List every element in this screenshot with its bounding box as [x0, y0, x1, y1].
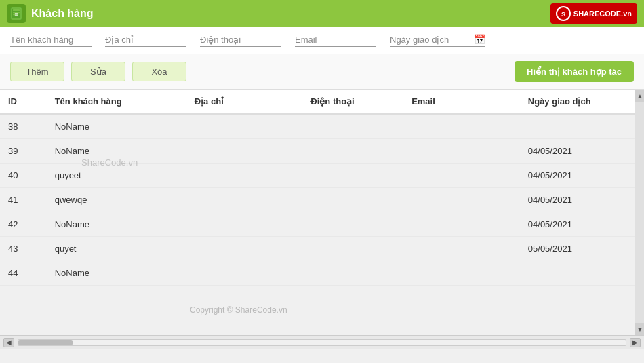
cell-name: NoName — [47, 114, 186, 139]
customer-icon: ≡ — [7, 4, 26, 23]
table-row[interactable]: 40 quyeet 04/05/2021 — [0, 164, 644, 188]
ngay-giao-dich-input[interactable] — [390, 35, 471, 45]
dia-chi-input[interactable] — [105, 35, 186, 45]
dia-chi-field — [105, 35, 186, 47]
customers-table: ID Tên khách hàng Địa chỉ Điện thoại Ema… — [0, 90, 644, 286]
cell-name: NoName — [47, 212, 186, 237]
cell-date: 05/05/2021 — [520, 237, 644, 261]
scroll-down-arrow[interactable]: ▼ — [635, 323, 644, 335]
cell-name: quyeet — [47, 164, 186, 188]
dien-thoai-field — [200, 35, 281, 47]
table-row[interactable]: 42 NoName 04/05/2021 — [0, 212, 644, 237]
table-scroll[interactable]: ShareCode.vn Copyright © ShareCode.vn ID… — [0, 90, 644, 335]
them-button[interactable]: Thêm — [10, 62, 64, 81]
dien-thoai-input[interactable] — [200, 35, 281, 45]
xoa-button[interactable]: Xóa — [132, 62, 186, 81]
cell-phone — [302, 237, 403, 261]
logo-text: SHARECODE.vn — [573, 9, 632, 18]
cell-address — [186, 114, 303, 139]
cell-address — [186, 164, 303, 188]
header-left: ≡ Khách hàng — [7, 4, 94, 23]
col-address: Địa chỉ — [186, 90, 303, 114]
cell-email — [403, 261, 520, 286]
horizontal-track[interactable] — [18, 339, 626, 346]
cell-id: 41 — [0, 188, 47, 212]
toolbar: Thêm Sửa Xóa Hiển thị khách hợp tác — [0, 54, 644, 90]
page-title: Khách hàng — [31, 7, 94, 20]
scroll-up-arrow[interactable]: ▲ — [635, 90, 644, 102]
cell-id: 42 — [0, 212, 47, 237]
table-row[interactable]: 39 NoName 04/05/2021 — [0, 139, 644, 164]
cell-phone — [302, 261, 403, 286]
table-row[interactable]: 41 qwewqe 04/05/2021 — [0, 188, 644, 212]
cell-name: NoName — [47, 139, 186, 164]
hienthi-button[interactable]: Hiển thị khách hợp tác — [515, 61, 634, 82]
cell-name: NoName — [47, 261, 186, 286]
cell-phone — [302, 139, 403, 164]
svg-text:≡: ≡ — [14, 11, 18, 18]
cell-address — [186, 237, 303, 261]
cell-id: 39 — [0, 139, 47, 164]
cell-date: 04/05/2021 — [520, 139, 644, 164]
scroll-right-arrow[interactable]: ▶ — [630, 338, 641, 347]
watermark-copyright: Copyright © ShareCode.vn — [190, 305, 287, 315]
header: ≡ Khách hàng S SHARECODE.vn — [0, 0, 644, 27]
scroll-left-arrow[interactable]: ◀ — [3, 338, 14, 347]
ten-khach-hang-input[interactable] — [10, 35, 92, 45]
cell-phone — [302, 212, 403, 237]
calendar-icon: 📅 — [474, 34, 485, 45]
col-email: Email — [403, 90, 520, 114]
ngay-giao-dich-field: 📅 — [390, 34, 485, 47]
cell-address — [186, 261, 303, 286]
col-name: Tên khách hàng — [47, 90, 186, 114]
cell-date: 04/05/2021 — [520, 212, 644, 237]
cell-date — [520, 261, 644, 286]
col-id: ID — [0, 90, 47, 114]
cell-address — [186, 188, 303, 212]
col-date: Ngày giao dịch — [520, 90, 644, 114]
cell-address — [186, 139, 303, 164]
ten-khach-hang-field — [10, 35, 92, 47]
email-field — [295, 35, 376, 47]
bottom-scrollbar: ◀ ▶ — [0, 335, 644, 349]
table-row[interactable]: 44 NoName — [0, 261, 644, 286]
cell-email — [403, 114, 520, 139]
cell-phone — [302, 164, 403, 188]
table-header-row: ID Tên khách hàng Địa chỉ Điện thoại Ema… — [0, 90, 644, 114]
cell-phone — [302, 188, 403, 212]
cell-email — [403, 188, 520, 212]
table-row[interactable]: 38 NoName — [0, 114, 644, 139]
cell-name: qwewqe — [47, 188, 186, 212]
cell-date: 04/05/2021 — [520, 188, 644, 212]
table-row[interactable]: 43 quyet 05/05/2021 — [0, 237, 644, 261]
cell-id: 38 — [0, 114, 47, 139]
cell-date — [520, 114, 644, 139]
table-wrapper: ShareCode.vn Copyright © ShareCode.vn ID… — [0, 90, 644, 335]
cell-email — [403, 212, 520, 237]
svg-text:S: S — [561, 11, 565, 18]
col-phone: Điện thoại — [302, 90, 403, 114]
cell-name: quyet — [47, 237, 186, 261]
cell-date: 04/05/2021 — [520, 164, 644, 188]
sua-button[interactable]: Sửa — [71, 62, 125, 81]
cell-address — [186, 212, 303, 237]
search-bar: 📅 — [0, 27, 644, 54]
cell-email — [403, 164, 520, 188]
logo-icon: S — [556, 6, 571, 21]
logo: S SHARECODE.vn — [550, 3, 637, 24]
cell-id: 44 — [0, 261, 47, 286]
cell-email — [403, 139, 520, 164]
cell-id: 43 — [0, 237, 47, 261]
horizontal-thumb[interactable] — [18, 340, 73, 345]
cell-email — [403, 237, 520, 261]
scroll-arrows: ▲ ▼ — [635, 90, 644, 335]
email-input[interactable] — [295, 35, 376, 45]
cell-id: 40 — [0, 164, 47, 188]
cell-phone — [302, 114, 403, 139]
